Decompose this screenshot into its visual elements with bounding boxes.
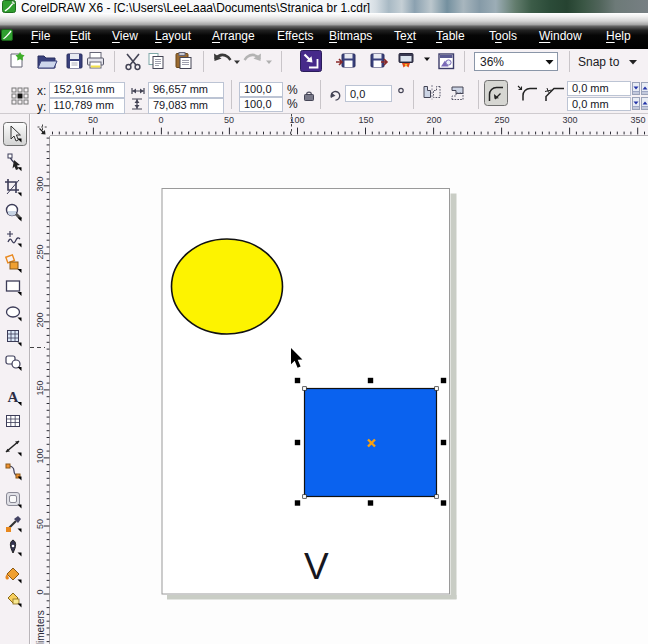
svg-text:A: A <box>8 389 19 405</box>
